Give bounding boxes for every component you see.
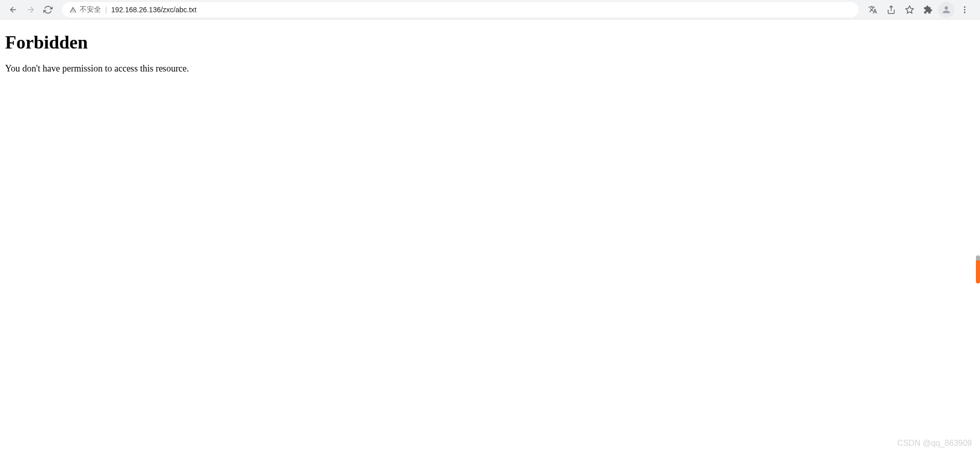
reload-button[interactable] [40,2,56,18]
profile-button[interactable] [938,2,954,18]
extension-icon [923,5,933,14]
share-icon [887,5,896,14]
star-icon [905,5,914,14]
share-button[interactable] [883,2,899,18]
page-heading: Forbidden [5,32,975,53]
warning-triangle-icon [69,6,77,13]
side-indicator-bar [976,260,980,283]
insecure-badge: 不安全 [69,5,101,14]
svg-point-2 [964,9,966,10]
person-icon [941,5,951,15]
reload-icon [43,5,53,14]
bookmark-button[interactable] [901,2,918,18]
side-indicator [976,255,980,286]
arrow-left-icon [9,5,18,14]
arrow-right-icon [26,5,35,14]
svg-point-3 [964,11,966,13]
svg-marker-0 [906,6,914,13]
translate-icon [868,5,877,14]
side-indicator-handle [976,255,980,260]
browser-toolbar: 不安全 | 192.168.26.136/zxc/abc.txt [0,0,980,19]
watermark: CSDN @qq_863909 [897,439,972,448]
more-vert-icon [960,5,969,14]
forward-button[interactable] [22,2,39,18]
menu-button[interactable] [957,2,973,18]
page-message: You don't have permission to access this… [5,63,975,74]
svg-point-1 [964,6,966,8]
page-content: Forbidden You don't have permission to a… [0,19,980,79]
back-button[interactable] [5,2,21,18]
translate-button[interactable] [865,2,881,18]
insecure-label: 不安全 [80,5,101,14]
address-divider: | [105,6,107,14]
toolbar-right [865,2,975,18]
extensions-button[interactable] [920,2,936,18]
address-bar[interactable]: 不安全 | 192.168.26.136/zxc/abc.txt [62,2,859,17]
url-text: 192.168.26.136/zxc/abc.txt [111,6,197,14]
